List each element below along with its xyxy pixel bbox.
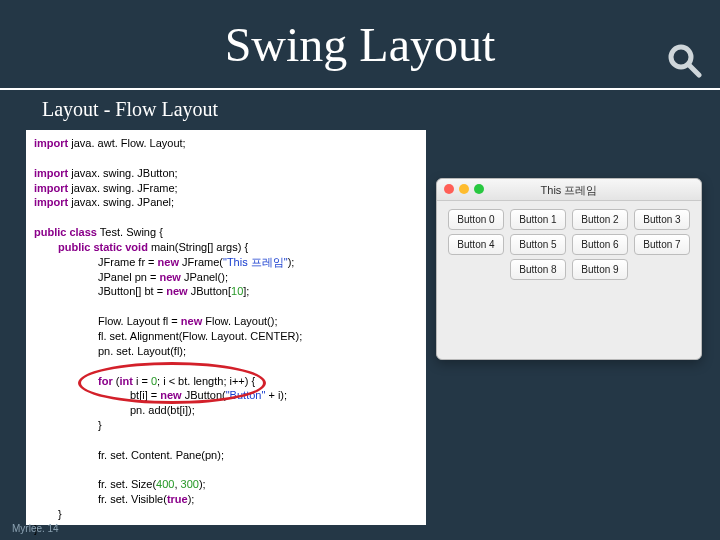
code-text: fr. set. Visible( bbox=[98, 493, 167, 505]
window-client-area: Button 0 Button 1 Button 2 Button 3 Butt… bbox=[437, 201, 701, 288]
traffic-lights bbox=[444, 184, 484, 194]
string-literal: "Button" bbox=[226, 389, 266, 401]
code-text: } bbox=[34, 522, 418, 537]
section-subtitle: Layout - Flow Layout bbox=[0, 90, 720, 129]
code-text: JPanel pn = bbox=[98, 271, 159, 283]
code-text: javax. swing. JFrame; bbox=[68, 182, 177, 194]
demo-button[interactable]: Button 9 bbox=[572, 259, 628, 280]
minimize-icon[interactable] bbox=[459, 184, 469, 194]
keyword: import bbox=[34, 137, 68, 149]
code-text: pn. set. Layout(fl); bbox=[34, 344, 418, 359]
keyword: new bbox=[181, 315, 202, 327]
code-text: ); bbox=[288, 256, 295, 268]
keyword: public class bbox=[34, 226, 97, 238]
code-text: bt[i] = bbox=[130, 389, 160, 401]
demo-button[interactable]: Button 6 bbox=[572, 234, 628, 255]
window-title: This 프레임 bbox=[541, 184, 598, 196]
code-text: Flow. Layout fl = bbox=[98, 315, 181, 327]
demo-button[interactable]: Button 7 bbox=[634, 234, 690, 255]
code-text: fr. set. Content. Pane(pn); bbox=[34, 448, 418, 463]
code-text: fr. set. Size( bbox=[98, 478, 156, 490]
demo-button[interactable]: Button 3 bbox=[634, 209, 690, 230]
code-block: import java. awt. Flow. Layout; import j… bbox=[26, 130, 426, 525]
demo-window: This 프레임 Button 0 Button 1 Button 2 Butt… bbox=[436, 178, 702, 360]
code-text: javax. swing. JButton; bbox=[68, 167, 177, 179]
string-literal: "This 프레임" bbox=[223, 256, 288, 268]
demo-button[interactable]: Button 1 bbox=[510, 209, 566, 230]
number-literal: 300 bbox=[181, 478, 199, 490]
demo-button[interactable]: Button 5 bbox=[510, 234, 566, 255]
code-text: javax. swing. JPanel; bbox=[68, 196, 174, 208]
slide-header: Swing Layout bbox=[0, 0, 720, 90]
close-icon[interactable] bbox=[444, 184, 454, 194]
keyword: public static void bbox=[58, 241, 148, 253]
code-text: ); bbox=[199, 478, 206, 490]
code-text: JButton[ bbox=[188, 285, 231, 297]
demo-button[interactable]: Button 8 bbox=[510, 259, 566, 280]
demo-button[interactable]: Button 0 bbox=[448, 209, 504, 230]
keyword: import bbox=[34, 182, 68, 194]
code-text: JFrame fr = bbox=[98, 256, 158, 268]
code-text: JPanel(); bbox=[181, 271, 228, 283]
code-text: main(String[] args) { bbox=[148, 241, 248, 253]
page-title: Swing Layout bbox=[0, 0, 720, 90]
number-literal: 400 bbox=[156, 478, 174, 490]
keyword: new bbox=[158, 256, 179, 268]
code-text: i = bbox=[133, 375, 151, 387]
keyword: true bbox=[167, 493, 188, 505]
demo-button[interactable]: Button 4 bbox=[448, 234, 504, 255]
svg-line-1 bbox=[689, 65, 699, 75]
code-text: java. awt. Flow. Layout; bbox=[68, 137, 185, 149]
code-text: } bbox=[34, 507, 418, 522]
keyword: new bbox=[166, 285, 187, 297]
number-literal: 10 bbox=[231, 285, 243, 297]
code-text: } bbox=[34, 418, 418, 433]
keyword: new bbox=[160, 389, 181, 401]
code-text: Test. Swing { bbox=[97, 226, 163, 238]
code-text: ); bbox=[188, 493, 195, 505]
keyword: import bbox=[34, 167, 68, 179]
keyword: for bbox=[98, 375, 113, 387]
code-text: fl. set. Alignment(Flow. Layout. CENTER)… bbox=[34, 329, 418, 344]
code-text: JFrame( bbox=[179, 256, 223, 268]
watermark: Myrlee. 14 bbox=[12, 523, 59, 534]
keyword: import bbox=[34, 196, 68, 208]
window-titlebar: This 프레임 bbox=[437, 179, 701, 201]
code-text: JButton( bbox=[182, 389, 226, 401]
search-icon bbox=[666, 42, 702, 82]
code-text: JButton[] bt = bbox=[98, 285, 166, 297]
code-text: + i); bbox=[265, 389, 287, 401]
code-text: ]; bbox=[243, 285, 249, 297]
zoom-icon[interactable] bbox=[474, 184, 484, 194]
keyword: int bbox=[119, 375, 132, 387]
code-text: pn. add(bt[i]); bbox=[34, 403, 418, 418]
code-text: ; i < bt. length; i++) { bbox=[157, 375, 255, 387]
keyword: new bbox=[159, 271, 180, 283]
demo-button[interactable]: Button 2 bbox=[572, 209, 628, 230]
code-text: Flow. Layout(); bbox=[202, 315, 277, 327]
